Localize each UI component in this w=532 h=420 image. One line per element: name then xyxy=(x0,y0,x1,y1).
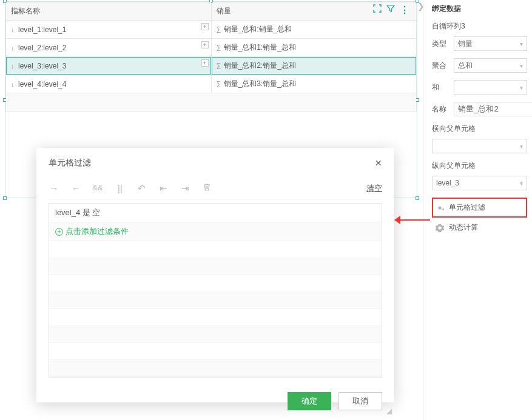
ok-button[interactable]: 确定 xyxy=(288,392,331,410)
sort-desc-icon: ↓ xyxy=(11,62,17,70)
chevron-down-icon: ▾ xyxy=(520,62,523,69)
table-row-selected[interactable]: ↓level_3:level_3+ ∑销量_总和2:销量_总和 xyxy=(6,57,417,75)
table-row[interactable]: ↓level_1:level_1+ ∑销量_总和:销量_总和 xyxy=(6,21,417,39)
annotation-arrow xyxy=(399,219,430,221)
empty-row xyxy=(49,275,382,292)
sum-icon: ∑ xyxy=(217,25,223,33)
resize-handle[interactable] xyxy=(416,196,419,200)
agg-label: 聚合 xyxy=(432,61,449,71)
and-icon[interactable]: && xyxy=(92,183,103,194)
more-icon[interactable]: ⋮ xyxy=(400,4,409,16)
chevron-down-icon: ▾ xyxy=(520,180,523,187)
cell-filter-label: 单元格过滤 xyxy=(449,202,485,213)
type-label: 类型 xyxy=(432,39,449,49)
delete-icon[interactable] xyxy=(201,183,212,194)
cell-filter-dialog: 单元格过滤 ✕ → ← && | | ↶ ⇤ ⇥ 清空 level_4 是 空 … xyxy=(36,148,394,402)
chevron-down-icon: ▾ xyxy=(520,143,523,150)
collapse-panel-icon[interactable]: ❯ xyxy=(417,1,425,11)
dynamic-calc-label: 动态计算 xyxy=(449,222,478,233)
blank-area xyxy=(6,93,417,112)
empty-row xyxy=(49,360,382,377)
binding-panel: ❯ 绑定数据 自循环列3 类型 销量▾ 聚合 总和▾ 和 ▾ 名称 横向父单元格… xyxy=(423,0,532,420)
resize-grip-icon[interactable]: ◢ xyxy=(386,407,392,415)
filter-condition-row[interactable]: level_4 是 空 xyxy=(49,204,382,222)
empty-row xyxy=(49,258,382,275)
expand-cell-icon[interactable]: + xyxy=(201,59,209,67)
vparent-label: 纵向父单元格 xyxy=(432,161,527,171)
table-row[interactable]: ↓level_2:level_2+ ∑销量_总和1:销量_总和 xyxy=(6,39,417,57)
sum-icon: ∑ xyxy=(217,44,223,51)
arrow-right-icon[interactable]: → xyxy=(49,183,59,194)
expand-cell-icon[interactable]: + xyxy=(201,23,209,30)
close-icon[interactable]: ✕ xyxy=(375,158,382,168)
sum-icon: ∑ xyxy=(217,62,223,69)
filter-list: level_4 是 空 +点击添加过滤条件 xyxy=(49,203,382,378)
dynamic-calc-option[interactable]: 动态计算 xyxy=(432,218,527,238)
name-input[interactable] xyxy=(454,102,532,116)
hparent-label: 横向父单元格 xyxy=(432,124,527,134)
vparent-select[interactable]: level_3▾ xyxy=(432,176,527,190)
cell-val: 销量_总和:销量_总和 xyxy=(224,25,292,33)
panel-title: 绑定数据 xyxy=(432,4,527,14)
and-select[interactable]: ▾ xyxy=(454,80,527,95)
sort-desc-icon: ↓ xyxy=(11,26,17,33)
filter-icon[interactable] xyxy=(386,4,395,13)
arrow-left-icon[interactable]: ← xyxy=(70,183,81,194)
empty-row xyxy=(49,292,382,309)
cell-val: 销量_总和3:销量_总和 xyxy=(224,79,296,88)
gear-icon xyxy=(436,204,444,212)
sum-icon: ∑ xyxy=(217,80,223,87)
chevron-down-icon: ▾ xyxy=(520,84,523,91)
empty-row xyxy=(49,326,382,343)
or-icon[interactable]: | | xyxy=(114,183,125,194)
cell-val: 销量_总和2:销量_总和 xyxy=(224,61,296,70)
cell-dim: level_4:level_4 xyxy=(18,80,66,88)
indent-icon[interactable]: ⇥ xyxy=(180,183,190,194)
dialog-title: 单元格过滤 xyxy=(49,158,91,168)
resize-handle[interactable] xyxy=(3,196,7,200)
table-row[interactable]: ↓level_4:level_4 ∑销量_总和3:销量_总和 xyxy=(6,75,417,93)
clear-button[interactable]: 清空 xyxy=(366,183,382,194)
grid-toolbar: ⋮ xyxy=(373,4,409,16)
cancel-button[interactable]: 取消 xyxy=(338,392,382,410)
empty-row xyxy=(49,343,382,360)
cell-dim: level_1:level_1 xyxy=(18,25,66,34)
plus-circle-icon: + xyxy=(55,228,63,236)
sort-desc-icon: ↓ xyxy=(11,44,17,52)
empty-row xyxy=(49,309,382,326)
hparent-select[interactable]: ▾ xyxy=(432,139,527,153)
expand-icon[interactable] xyxy=(373,4,382,13)
cell-filter-option[interactable]: 单元格过滤 xyxy=(432,198,527,218)
undo-icon[interactable]: ↶ xyxy=(136,183,147,194)
expand-cell-icon[interactable]: + xyxy=(201,41,209,48)
cell-dim: level_3:level_3 xyxy=(18,62,66,70)
name-label: 名称 xyxy=(432,104,449,115)
type-select[interactable]: 销量▾ xyxy=(454,36,527,51)
annotation-arrow-head xyxy=(394,216,400,224)
cell-dim: level_2:level_2 xyxy=(18,44,66,52)
add-condition-row[interactable]: +点击添加过滤条件 xyxy=(49,222,382,241)
empty-row xyxy=(49,241,382,258)
sort-desc-icon: ↓ xyxy=(11,81,17,88)
chevron-down-icon: ▾ xyxy=(520,41,523,47)
loop-column-label: 自循环列3 xyxy=(432,21,527,32)
report-grid: 指标名称 销量 ↓level_1:level_1+ ∑销量_总和:销量_总和 ↓… xyxy=(5,2,417,112)
col-header-dimension[interactable]: 指标名称 xyxy=(6,2,212,21)
cell-val: 销量_总和1:销量_总和 xyxy=(224,43,296,52)
and-label: 和 xyxy=(432,82,449,93)
outdent-icon[interactable]: ⇤ xyxy=(158,183,169,194)
agg-select[interactable]: 总和▾ xyxy=(454,58,527,73)
gear-icon xyxy=(436,224,444,232)
